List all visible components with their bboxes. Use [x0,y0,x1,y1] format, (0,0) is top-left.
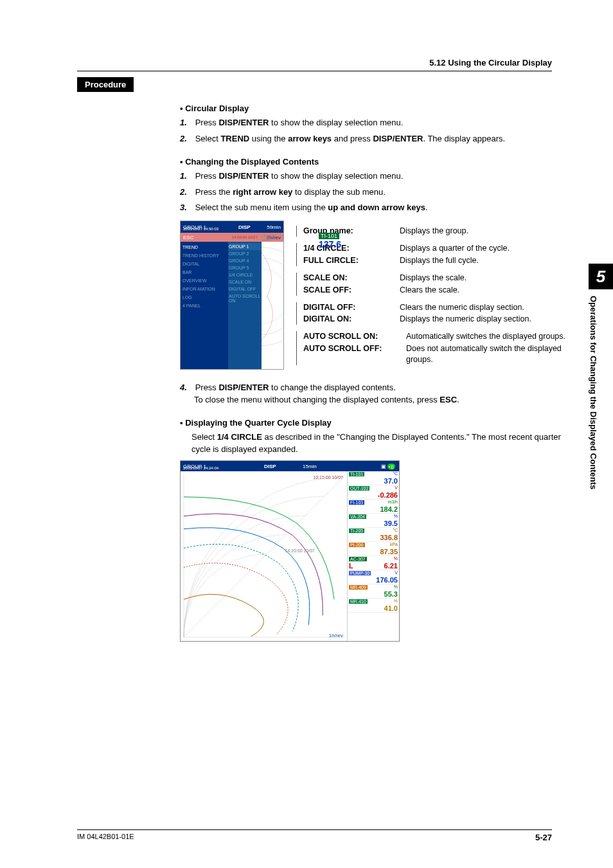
value-number: 41.0 [349,604,398,612]
step-num: 2. [180,133,193,145]
value-row: PUMP-30V176.05 [348,570,399,584]
t: 1/4 CIRCLE [217,432,262,442]
def-label: SCALE ON: [303,273,400,284]
value-row: OUT-102V-0.286 [348,485,399,500]
ss1-timestamp: 2005/10/27 14:50:03 [183,227,218,231]
ss1-esc: ESC [183,235,193,240]
t: Press [195,118,219,127]
ss1-sub-menu: GROUP 1 GROUP 2 GROUP 4 GROUP 5 1/4 CIRC… [228,242,262,369]
svg-point-0 [262,248,283,346]
screenshot-menu: GROUP 1 2005/10/27 14:50:03 DISP 59min E… [180,221,284,370]
step-num: 2. [180,186,193,199]
footer-page-num: 5-27 [535,833,552,842]
ss1-chart-area: 14:10:00 10/27 [262,242,283,369]
t: Select the sub menu item using the [195,203,328,212]
t: Select [191,432,217,442]
step: 1. Press DISP/ENTER to show the display … [194,170,574,183]
t: right arrow key [233,187,292,197]
step: 2. Select TREND using the arrow keys and… [194,133,574,145]
svg-point-1 [262,258,283,335]
submenu-item: GROUP 5 [229,264,261,271]
value-unit: °C [393,528,398,532]
value-number: L6.21 [349,562,398,570]
ss2-values-panel: TI-101°C37.0OUT-102V-0.286FI-103m3/h184.… [347,471,399,641]
def-label: FULL CIRCLE: [303,255,400,266]
value-row: AC-307%L6.21 [348,556,399,570]
def-label: AUTO SCROLL OFF: [303,343,406,365]
value-number: 176.05 [349,576,398,584]
t: using the [249,134,288,143]
value-unit: % [394,514,398,518]
step-num: 1. [180,170,193,183]
t: TREND [220,134,249,143]
svg-point-2 [262,269,283,324]
footer-doc-id: IM 04L42B01-01E [77,833,134,842]
header-section: 5.12 Using the Circular Display [429,58,552,68]
t: DISP/ENTER [218,171,269,181]
ss1-main-menu: TREND TREND HISTORY DIGITAL BAR OVERVIEW… [181,242,228,369]
def-desc: Automatically switches the displayed gro… [406,331,565,342]
value-tag: VA-204 [349,514,366,519]
value-number: 55.3 [349,590,398,598]
t: Press the [195,187,233,197]
def-label: Group name: [303,226,400,237]
t: DISP/ENTER [218,118,269,127]
heading-quarter-cycle: Displaying the Quarter Cycle Display [180,418,574,428]
t: ESC [440,395,457,404]
value-row: FI-103m3/h184.2 [348,500,399,514]
value-tag: FI-103 [349,500,364,505]
t: to show the display selection menu. [269,171,403,181]
svg-line-3 [184,477,344,637]
value-number: 39.5 [349,520,398,527]
menu-item: 4 PANEL [182,302,227,310]
t: Select [195,134,221,143]
def-desc: Does not automatically switch the displa… [406,343,574,365]
value-row: MR-410%41.0 [348,599,399,613]
value-row: PI-206kPa87.35 [348,542,399,556]
t: . The display appears. [423,134,505,143]
t: to show the display selection menu. [269,118,403,127]
submenu-item: GROUP 1 [229,243,261,250]
value-tag: TI-205 [349,529,364,533]
value-unit: V [395,570,398,575]
menu-item: TREND HISTORY [182,251,227,260]
value-unit: m3/h [387,500,398,504]
sec3-body: Select 1/4 CIRCLE as described in the "C… [191,431,574,456]
value-unit: % [394,556,398,561]
value-number: 87.35 [349,548,398,556]
value-tag: TI-101 [349,472,364,476]
heading-changing-contents: Changing the Displayed Contents [180,157,574,167]
def-desc: Clears the numeric display section. [400,302,524,313]
value-tag: MR-410 [349,599,368,604]
t: and press [332,134,373,143]
def-label: DIGITAL ON: [303,314,400,325]
menu-item: DIGITAL [182,260,227,268]
ss1-val: 137.6 [319,239,341,249]
heading-circular-display: Circular Display [180,104,574,113]
submenu-item: DIGITAL OFF [229,285,261,293]
ss2-chart-area: 10:15:00 10/07 14:20:00 10/07 1h/rev [181,471,347,641]
ss1-time2: 14:10:00 10/27 [262,234,282,242]
def-label: 1/4 CIRCLE: [303,243,400,254]
value-number: 336.8 [349,534,398,541]
value-tag: AC-307 [349,557,367,561]
step-num: 4. [180,382,193,394]
value-unit: % [394,599,398,603]
def-label: AUTO SCROLL ON: [303,331,406,342]
menu-item: LOG [182,293,227,302]
value-unit: kPa [390,542,398,547]
t: DISP/ENTER [373,134,423,143]
t: Press [195,383,219,392]
value-number: 37.0 [349,477,398,485]
ss1-disp: DISP [238,224,251,230]
t: Press [195,171,219,181]
ss1-tag: TI-101 [319,233,339,239]
ss2-time1: 10:15:00 10/07 [313,475,343,480]
value-row: VA-204%39.5 [348,514,399,528]
t: DISP/ENTER [218,383,269,392]
value-row: TI-101°C37.0 [348,471,399,485]
ss2-time2: 14:20:00 10/07 [285,548,315,553]
submenu-item: AUTO SCROLL ON [229,293,261,304]
value-row: MR-409%55.3 [348,584,399,599]
ss2-rev: 1h/rev [329,633,343,638]
